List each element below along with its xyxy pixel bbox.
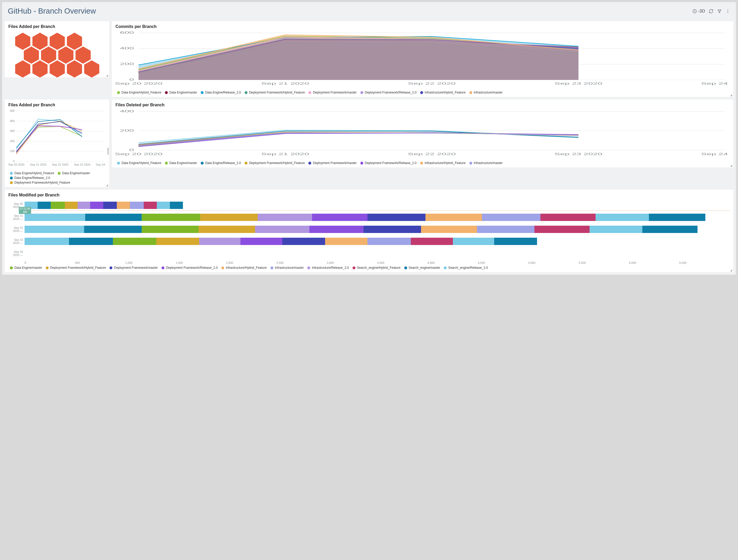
legend-item[interactable]: Data Engine/Release_2.0	[10, 176, 50, 180]
legend-item[interactable]: Data Engine/Release_2.0	[201, 91, 241, 94]
commits-chart[interactable]: 0200400600Sep 20 2020Sep 21 2020Sep 22 2…	[112, 31, 733, 89]
more-button[interactable]	[725, 9, 730, 14]
bar-segment[interactable]	[642, 226, 698, 233]
bar-segment[interactable]	[113, 238, 156, 245]
bar-segment[interactable]	[255, 226, 309, 233]
bar-segment[interactable]	[130, 202, 144, 209]
legend-item[interactable]: Data Engine/Hybrid_Feature	[117, 161, 161, 165]
bar-segment[interactable]	[312, 214, 367, 221]
legend-item[interactable]: Data Engine/Hybrid_Feature	[10, 171, 54, 175]
bar-segment[interactable]	[241, 238, 282, 245]
legend-label: Deployment Framework/Hybrid_Feature	[14, 181, 70, 184]
bar-segment[interactable]	[90, 202, 103, 209]
honeycomb-chart[interactable]	[5, 31, 109, 77]
bar-segment[interactable]	[367, 238, 411, 245]
legend-item[interactable]: Infrastructure/Release_2.0	[307, 266, 349, 269]
legend-item[interactable]: Data Engine/master	[58, 171, 90, 175]
bar-segment[interactable]	[157, 202, 170, 209]
bar-segment[interactable]	[482, 214, 540, 221]
bar-track[interactable]	[25, 238, 730, 245]
bar-segment[interactable]	[142, 226, 199, 233]
legend-item[interactable]: Infrastructure/Hybrid_Feature	[221, 266, 267, 269]
files-modified-chart[interactable]: 07:22:39 AM Sep 20 2020 —Sep 21 2020 —Se…	[5, 199, 733, 264]
legend-item[interactable]: Search_engine/Release_2.0	[444, 266, 488, 269]
files-deleted-chart[interactable]: 0200400Sep 20 2020Sep 21 2020Sep 22 2020…	[112, 109, 733, 159]
bar-segment[interactable]	[65, 202, 78, 209]
bar-segment[interactable]	[25, 226, 84, 233]
bar-segment[interactable]	[367, 214, 425, 221]
legend-item[interactable]: Data Engine/Hybrid_Feature	[117, 91, 161, 94]
bar-track[interactable]	[25, 214, 730, 221]
legend-item[interactable]: Data Engine/master	[165, 161, 197, 165]
time-range-picker[interactable]: -3D	[692, 9, 705, 14]
bar-segment[interactable]	[25, 214, 85, 221]
legend-item[interactable]: Deployment Framework/Release_2.0	[161, 266, 218, 269]
legend-item[interactable]: Infrastructure/master	[271, 266, 304, 269]
bar-segment[interactable]	[117, 202, 130, 209]
scrollbar-thumb[interactable]	[107, 147, 109, 155]
bar-segment[interactable]	[453, 238, 494, 245]
legend-item[interactable]: Infrastructure/Hybrid_Feature	[420, 161, 466, 165]
svg-text:Sep 22 2020: Sep 22 2020	[52, 163, 68, 166]
bar-segment[interactable]	[199, 238, 241, 245]
bar-segment[interactable]	[477, 226, 534, 233]
legend-swatch	[46, 266, 49, 269]
bar-segment[interactable]	[421, 226, 477, 233]
stacked-bar-row: Sep 23 2020 —	[8, 237, 730, 245]
legend-item[interactable]: Deployment Framework/Hybrid_Feature	[46, 266, 106, 269]
bar-segment[interactable]	[534, 226, 590, 233]
bar-segment[interactable]	[51, 202, 65, 209]
bar-segment[interactable]	[282, 238, 325, 245]
legend-item[interactable]: Deployment Framework/Hybrid_Feature	[10, 181, 70, 184]
bar-track[interactable]	[25, 250, 730, 257]
svg-text:200: 200	[10, 139, 15, 143]
bar-segment[interactable]	[494, 238, 537, 245]
bar-track[interactable]	[25, 202, 730, 209]
bar-segment[interactable]	[85, 214, 142, 221]
refresh-icon	[709, 9, 713, 14]
legend-item[interactable]: Infrastructure/Hybrid_Feature	[420, 91, 466, 94]
filter-button[interactable]	[717, 9, 722, 14]
bar-segment[interactable]	[590, 226, 642, 233]
bar-segment[interactable]	[425, 214, 482, 221]
legend-label: Data Engine/Hybrid_Feature	[121, 161, 161, 165]
files-added-chart[interactable]: 0100200300400500Sep 20 2020Sep 21 2020Se…	[5, 109, 109, 170]
legend-item[interactable]: Deployment Framework/master	[308, 161, 356, 165]
legend-item[interactable]: Data Engine/Release_2.0	[201, 161, 241, 165]
bar-segment[interactable]	[325, 238, 367, 245]
bar-segment[interactable]	[309, 226, 364, 233]
bar-segment[interactable]	[38, 202, 51, 209]
bar-segment[interactable]	[170, 202, 183, 209]
legend-item[interactable]: Deployment Framework/Hybrid_Feature	[245, 91, 305, 94]
bar-segment[interactable]	[200, 214, 258, 221]
refresh-button[interactable]	[709, 9, 713, 14]
bar-segment[interactable]	[258, 214, 312, 221]
bar-segment[interactable]	[144, 202, 157, 209]
legend-item[interactable]: Search_engine/master	[404, 266, 440, 269]
bar-segment[interactable]	[156, 238, 199, 245]
legend-item[interactable]: Search_engine/Hybrid_Feature	[353, 266, 401, 269]
bar-segment[interactable]	[78, 202, 90, 209]
legend-item[interactable]: Data Engine/master	[165, 91, 197, 94]
legend-item[interactable]: Deployment Framework/Release_2.0	[360, 91, 417, 94]
legend-swatch	[161, 266, 164, 269]
legend-item[interactable]: Deployment Framework/Release_2.0	[360, 161, 417, 165]
legend-item[interactable]: Infrastructure/master	[469, 91, 503, 94]
legend-item[interactable]: Deployment Framework/master	[308, 91, 356, 94]
bar-segment[interactable]	[103, 202, 117, 209]
bar-segment[interactable]	[25, 238, 69, 245]
bar-segment[interactable]	[649, 214, 705, 221]
bar-segment[interactable]	[142, 214, 200, 221]
legend-item[interactable]: Deployment Framework/master	[109, 266, 157, 269]
legend-item[interactable]: Infrastructure/master	[469, 161, 503, 165]
legend-item[interactable]: Deployment Framework/Hybrid_Feature	[245, 161, 305, 165]
bar-segment[interactable]	[364, 226, 421, 233]
bar-segment[interactable]	[540, 214, 596, 221]
bar-segment[interactable]	[84, 226, 142, 233]
bar-segment[interactable]	[411, 238, 453, 245]
legend-item[interactable]: Data Engine/master	[10, 266, 42, 269]
bar-segment[interactable]	[199, 226, 255, 233]
bar-track[interactable]	[25, 226, 730, 233]
bar-segment[interactable]	[596, 214, 649, 221]
bar-segment[interactable]	[69, 238, 113, 245]
